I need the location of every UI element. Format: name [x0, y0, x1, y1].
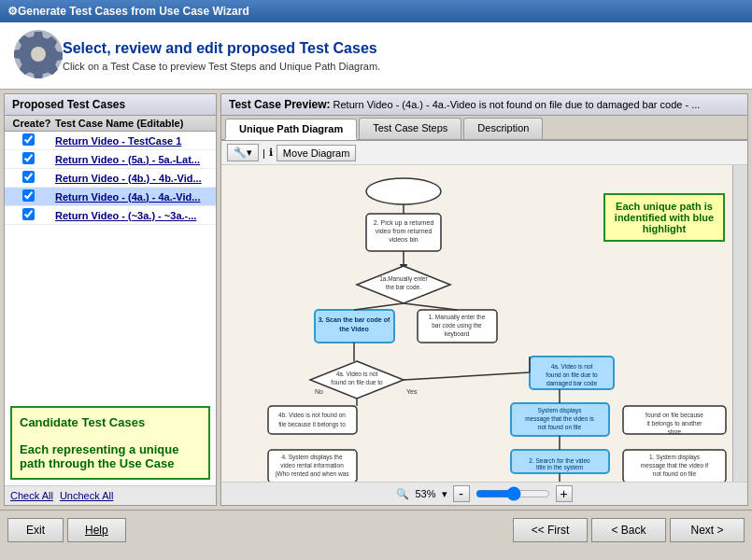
table-row[interactable]: Return Video - TestCase 1	[5, 132, 216, 150]
zoom-out-btn[interactable]: -	[453, 485, 470, 502]
title-bar-icon: ⚙	[7, 5, 18, 18]
btn-group-right: << First < Back Next >	[513, 518, 745, 542]
header-area: Select, review and edit proposed Test Ca…	[0, 22, 752, 90]
svg-text:bar code using the: bar code using the	[432, 322, 482, 329]
check-uncheck-bar: Check All Uncheck All	[5, 485, 216, 505]
col-create-header: Create?	[8, 118, 55, 129]
checkbox-1[interactable]	[22, 133, 35, 146]
svg-text:video from returned: video from returned	[376, 228, 433, 234]
svg-text:found on file due to: found on file due to	[546, 371, 598, 378]
header-text: Select, review and edit proposed Test Ca…	[63, 40, 380, 72]
right-panel: Test Case Preview: Return Video - (4a.) …	[220, 93, 748, 506]
svg-text:1. System displays: 1. System displays	[649, 454, 701, 461]
svg-point-1	[31, 47, 46, 62]
svg-text:1a.Manually enter: 1a.Manually enter	[379, 275, 429, 283]
svg-text:3. Scan the bar code of: 3. Scan the bar code of	[319, 316, 390, 323]
candidate-line1: Candidate Test Cases	[20, 415, 145, 429]
move-diagram-btn[interactable]: Move Diagram	[277, 145, 357, 161]
col-name-header: Test Case Name (Editable)	[55, 118, 212, 129]
checkbox-4[interactable]	[22, 189, 35, 202]
header-title: Select, review and edit proposed Test Ca…	[63, 40, 380, 57]
exit-button[interactable]: Exit	[7, 518, 64, 542]
svg-text:the Video: the Video	[339, 326, 368, 332]
checkbox-2[interactable]	[22, 152, 35, 164]
test-case-name-5[interactable]: Return Video - (~3a.) - ~3a.-...	[55, 210, 212, 221]
zoom-value: 53%	[415, 488, 435, 499]
svg-text:not found on file: not found on file	[653, 470, 697, 477]
svg-text:4a. Video is not: 4a. Video is not	[551, 363, 593, 370]
zoom-bar: 🔍 53% ▾ - +	[221, 482, 747, 505]
back-button[interactable]: < Back	[591, 518, 666, 542]
btn-group-left: Exit Help	[7, 518, 126, 542]
svg-text:4. System displays the: 4. System displays the	[281, 454, 342, 461]
test-case-name-3[interactable]: Return Video - (4b.) - 4b.-Vid...	[55, 173, 212, 184]
svg-rect-42	[268, 406, 357, 434]
svg-text:found on file because: found on file because	[646, 412, 703, 418]
zoom-in-btn[interactable]: +	[556, 485, 573, 502]
svg-text:No: No	[315, 388, 323, 395]
svg-text:System displays: System displays	[538, 407, 583, 414]
table-row[interactable]: Return Video - (~3a.) - ~3a.-...	[5, 206, 216, 225]
svg-text:message that the video is: message that the video is	[525, 415, 594, 423]
svg-text:4b. Video is not found on: 4b. Video is not found on	[278, 412, 346, 418]
svg-text:videos bin: videos bin	[389, 236, 419, 243]
test-case-list: Return Video - TestCase 1 Return Video -…	[5, 132, 216, 400]
svg-text:(Who rented and when was: (Who rented and when was	[275, 470, 349, 478]
help-button[interactable]: Help	[67, 518, 126, 542]
svg-text:it belongs to another: it belongs to another	[647, 420, 703, 427]
checkbox-3[interactable]	[22, 171, 35, 183]
candidate-box: Candidate Test Cases Each representing a…	[10, 406, 210, 480]
svg-text:store: store	[668, 428, 682, 435]
preview-header: Test Case Preview: Return Video - (4a.) …	[221, 94, 747, 116]
info-icon: ℹ	[269, 147, 273, 159]
tabs-bar: Unique Path Diagram Test Case Steps Desc…	[221, 116, 747, 141]
preview-label: Test Case Preview:	[229, 98, 331, 111]
highlight-note: Each unique path is indentified with blu…	[603, 193, 725, 242]
svg-point-3	[366, 178, 441, 204]
table-row[interactable]: Return Video - (5a.) - 5a.-Lat...	[5, 150, 216, 169]
svg-text:file because it belongs to: file because it belongs to	[278, 421, 346, 428]
help-label: Help	[85, 524, 108, 537]
check-all-link[interactable]: Check All	[10, 490, 53, 501]
separator: |	[262, 147, 265, 159]
header-subtitle: Click on a Test Case to preview Test Ste…	[63, 61, 380, 72]
svg-text:keyboard: keyboard	[445, 330, 470, 338]
next-button[interactable]: Next >	[670, 518, 745, 542]
diagram-area[interactable]: 2. Pick up a returned video from returne…	[221, 165, 747, 482]
svg-text:not found on file: not found on file	[538, 424, 582, 430]
svg-text:1. Manually enter the: 1. Manually enter the	[429, 314, 486, 321]
title-bar: ⚙ Generate Test Cases from Use Case Wiza…	[0, 0, 752, 22]
left-panel: Proposed Test Cases Create? Test Case Na…	[4, 93, 217, 506]
left-panel-header: Proposed Test Cases	[5, 94, 216, 116]
main-content: Proposed Test Cases Create? Test Case Na…	[0, 90, 752, 510]
zoom-dropdown-icon[interactable]: ▾	[442, 488, 447, 500]
table-row[interactable]: Return Video - (4b.) - 4b.-Vid...	[5, 169, 216, 188]
test-case-name-1[interactable]: Return Video - TestCase 1	[55, 135, 212, 147]
bottom-bar: Exit Help << First < Back Next >	[0, 510, 752, 549]
svg-text:2. Pick up a returned: 2. Pick up a returned	[374, 219, 434, 227]
svg-text:found on file due to: found on file due to	[331, 379, 383, 385]
svg-text:damaged bar code: damaged bar code	[546, 380, 598, 387]
candidate-line2: Each representing a unique path through …	[20, 442, 179, 470]
zoom-slider[interactable]	[475, 486, 550, 501]
tab-unique-path[interactable]: Unique Path Diagram	[225, 119, 357, 140]
first-button[interactable]: << First	[513, 518, 588, 542]
preview-title: Return Video - (4a.) - 4a.-Video is not …	[333, 99, 701, 110]
table-row[interactable]: Return Video - (4a.) - 4a.-Vid...	[5, 188, 216, 206]
vertical-scrollbar[interactable]	[732, 165, 747, 482]
svg-text:message that the video if: message that the video if	[641, 462, 708, 469]
title-bar-label: Generate Test Cases from Use Case Wizard	[18, 5, 249, 18]
zoom-icon: 🔍	[396, 488, 409, 500]
uncheck-all-link[interactable]: Uncheck All	[60, 490, 113, 501]
tab-description[interactable]: Description	[463, 118, 543, 139]
test-case-name-2[interactable]: Return Video - (5a.) - 5a.-Lat...	[55, 154, 212, 165]
svg-text:4a. Video is not: 4a. Video is not	[336, 371, 378, 377]
svg-text:title in the system: title in the system	[536, 464, 583, 471]
svg-text:Yes: Yes	[406, 388, 418, 395]
test-case-name-4[interactable]: Return Video - (4a.) - 4a.-Vid...	[55, 191, 212, 203]
checkbox-5[interactable]	[22, 208, 35, 220]
tab-test-case-steps[interactable]: Test Case Steps	[359, 118, 461, 139]
table-column-headers: Create? Test Case Name (Editable)	[5, 116, 216, 132]
tools-dropdown-btn[interactable]: 🔧▾	[227, 144, 259, 161]
diagram-toolbar: 🔧▾ | ℹ Move Diagram	[221, 141, 747, 165]
